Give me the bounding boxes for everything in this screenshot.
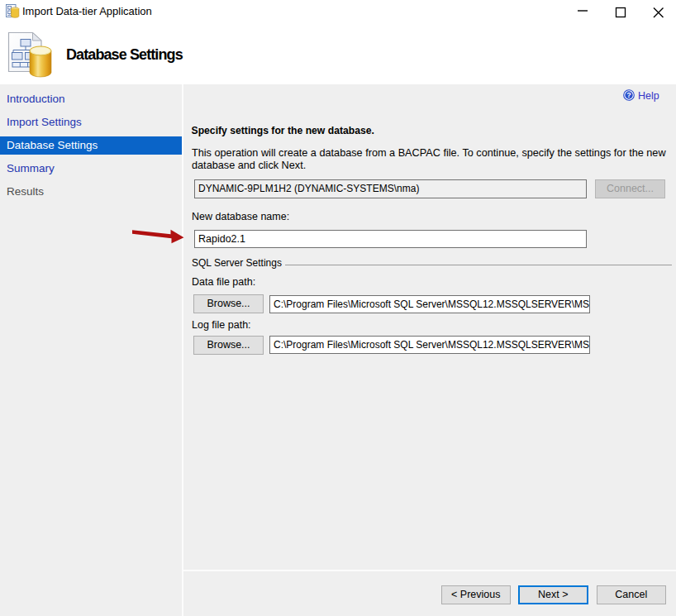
svg-text:?: ? xyxy=(626,91,631,99)
